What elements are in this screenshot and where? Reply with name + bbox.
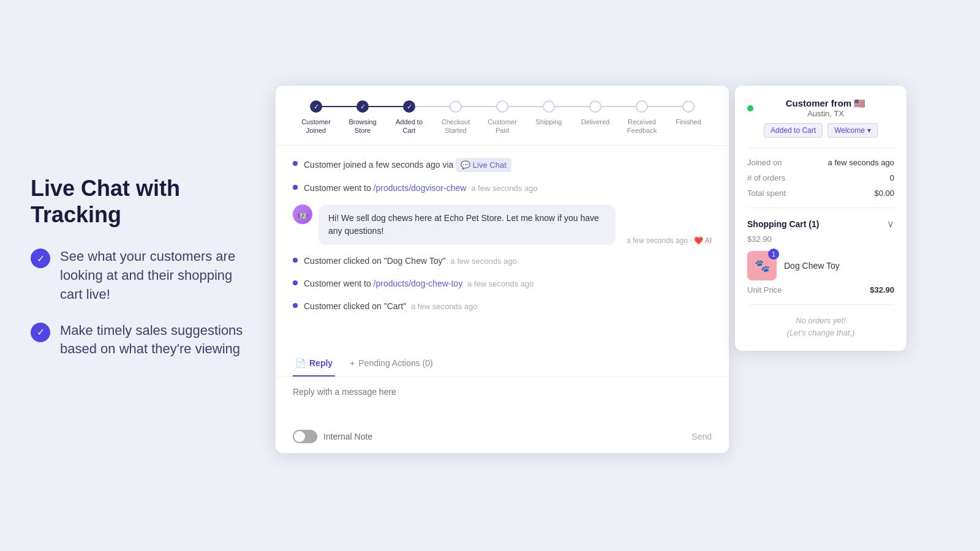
- step-customer-joined-label: Customer Joined: [301, 118, 331, 135]
- tab-pending[interactable]: +Pending Actions (0): [347, 351, 435, 377]
- step-checkout-started: Checkout Started: [432, 100, 479, 135]
- step-browsing-store-label: Browsing Store: [349, 118, 376, 135]
- step-checkout-started-circle: [450, 100, 462, 113]
- feature-item-2: ✓ Make timely sales suggestions based on…: [31, 321, 245, 359]
- cart-total: $32.90: [747, 234, 894, 244]
- step-added-to-cart: ✓Added to Cart: [386, 100, 432, 135]
- shopping-cart-section: Shopping Cart (1) ∨ $32.90 🐾 1 Dog Chew …: [747, 208, 894, 294]
- stat-value-0: a few seconds ago: [828, 158, 894, 167]
- step-checkout-started-label: Checkout Started: [442, 118, 470, 135]
- activity-text-msg-4: Customer clicked on "Dog Chew Toy" a few…: [304, 255, 517, 268]
- step-customer-joined-circle: ✓: [310, 100, 322, 113]
- tab-reply[interactable]: 📄Reply: [293, 351, 335, 377]
- cart-item-name: Dog Chew Toy: [784, 261, 894, 271]
- send-button[interactable]: Send: [692, 432, 712, 441]
- customer-location: Austin, TX: [757, 109, 894, 118]
- cart-item-image: 🐾 1: [747, 251, 777, 280]
- cart-header: Shopping Cart (1) ∨: [747, 218, 894, 230]
- flag-icon: 🇺🇸: [854, 98, 865, 108]
- cart-title: Shopping Cart (1): [747, 219, 819, 229]
- right-sidebar: Customer from 🇺🇸 Austin, TX Added to Car…: [735, 86, 907, 351]
- chat-messages[interactable]: Customer joined a few seconds ago via 💬 …: [276, 146, 729, 351]
- step-delivered-circle: [589, 100, 601, 113]
- no-orders-text: No orders yet!(Let's change that.): [747, 315, 894, 339]
- progress-tracker: ✓Customer Joined✓Browsing Store✓Added to…: [276, 86, 729, 146]
- activity-msg-5: Customer went to /products/dog-chew-toy …: [293, 277, 712, 290]
- check-icon-2: ✓: [31, 323, 50, 342]
- bubble-meta-msg-3: a few seconds ago · ❤️ AI: [627, 236, 712, 245]
- hero-title: Live Chat with Tracking: [31, 175, 245, 228]
- stat-value-1: 0: [890, 173, 894, 182]
- activity-text-msg-1: Customer joined a few seconds ago via 💬 …: [304, 158, 511, 173]
- chat-container: ✓Customer Joined✓Browsing Store✓Added to…: [276, 86, 729, 453]
- stat-label-2: Total spent: [747, 189, 786, 198]
- activity-dot: [293, 161, 298, 166]
- step-customer-paid-label: Customer Paid: [488, 118, 517, 135]
- customer-tag-1[interactable]: Welcome▾: [827, 123, 878, 138]
- activity-msg-4: Customer clicked on "Dog Chew Toy" a few…: [293, 255, 712, 268]
- step-customer-paid-circle: [496, 100, 508, 113]
- toggle-row: Internal Note: [293, 430, 372, 443]
- left-panel: Live Chat with Tracking ✓ See what your …: [0, 0, 276, 551]
- step-received-feedback-label: Received Feedback: [627, 118, 657, 135]
- step-added-to-cart-circle: ✓: [403, 100, 415, 113]
- reply-footer: Internal Note Send: [276, 425, 729, 453]
- customer-stats: Joined ona few seconds ago# of orders0To…: [747, 148, 894, 198]
- reply-input[interactable]: [293, 387, 712, 418]
- stat-value-2: $0.00: [874, 189, 894, 198]
- step-customer-paid: Customer Paid: [479, 100, 526, 135]
- stat-row-1: # of orders0: [747, 173, 894, 182]
- activity-text-msg-2: Customer went to /products/dogvisor-chew…: [304, 182, 538, 195]
- orders-section: No orders yet!(Let's change that.): [747, 304, 894, 339]
- step-finished-circle: [682, 100, 695, 113]
- unit-price-label: Unit Price: [747, 285, 782, 294]
- feature-text-2: Make timely sales suggestions based on w…: [60, 321, 245, 359]
- stat-row-2: Total spent$0.00: [747, 189, 894, 198]
- tab-pending-label: Pending Actions (0): [358, 358, 432, 368]
- cart-chevron-icon[interactable]: ∨: [887, 218, 894, 230]
- stat-row-0: Joined ona few seconds ago: [747, 158, 894, 167]
- activity-text-msg-6: Customer clicked on "Cart" a few seconds…: [304, 300, 477, 313]
- step-shipping: Shipping: [526, 100, 572, 126]
- reply-input-area: [276, 377, 729, 425]
- customer-tag-0[interactable]: Added to Cart: [764, 123, 823, 138]
- check-icon-1: ✓: [31, 249, 50, 268]
- step-browsing-store-circle: ✓: [356, 100, 369, 113]
- customer-name: Customer from 🇺🇸: [757, 98, 894, 109]
- cart-item-badge: 1: [768, 249, 779, 260]
- step-received-feedback: Received Feedback: [619, 100, 665, 135]
- step-customer-joined: ✓Customer Joined: [293, 100, 339, 135]
- tab-reply-label: Reply: [309, 358, 333, 368]
- tab-pending-icon: +: [350, 358, 355, 368]
- step-finished: Finished: [665, 100, 712, 126]
- step-delivered-label: Delivered: [581, 118, 609, 126]
- step-finished-label: Finished: [676, 118, 701, 126]
- reply-tabs: 📄Reply+Pending Actions (0): [276, 351, 729, 377]
- tab-reply-icon: 📄: [295, 358, 306, 368]
- toggle-knob: [294, 431, 305, 442]
- tag-row: Added to CartWelcome▾: [764, 123, 878, 138]
- step-received-feedback-circle: [636, 100, 648, 113]
- step-added-to-cart-label: Added to Cart: [396, 118, 423, 135]
- bot-avatar: 🤖: [293, 204, 312, 224]
- chat-bubble-msg-3: Hi! We sell dog chews here at Echo Pet S…: [318, 204, 616, 245]
- tag-dropdown-arrow: ▾: [867, 126, 871, 135]
- step-delivered: Delivered: [572, 100, 619, 126]
- internal-note-toggle[interactable]: [293, 430, 317, 443]
- activity-msg-6: Customer clicked on "Cart" a few seconds…: [293, 300, 712, 313]
- bubble-row-msg-3: 🤖Hi! We sell dog chews here at Echo Pet …: [293, 204, 712, 245]
- online-indicator: [747, 105, 753, 111]
- activity-dot: [293, 185, 298, 190]
- stat-label-1: # of orders: [747, 173, 785, 182]
- activity-msg-1: Customer joined a few seconds ago via 💬 …: [293, 158, 712, 173]
- step-shipping-label: Shipping: [536, 118, 562, 126]
- unit-price-value: $32.90: [870, 285, 894, 294]
- activity-link-msg-5[interactable]: /products/dog-chew-toy: [374, 279, 463, 288]
- step-browsing-store: ✓Browsing Store: [339, 100, 386, 135]
- customer-info: Customer from 🇺🇸 Austin, TX Added to Car…: [747, 98, 894, 138]
- internal-note-label: Internal Note: [323, 432, 372, 441]
- activity-dot: [293, 303, 298, 308]
- activity-link-msg-2[interactable]: /products/dogvisor-chew: [374, 183, 467, 193]
- activity-dot: [293, 280, 298, 285]
- activity-dot: [293, 258, 298, 263]
